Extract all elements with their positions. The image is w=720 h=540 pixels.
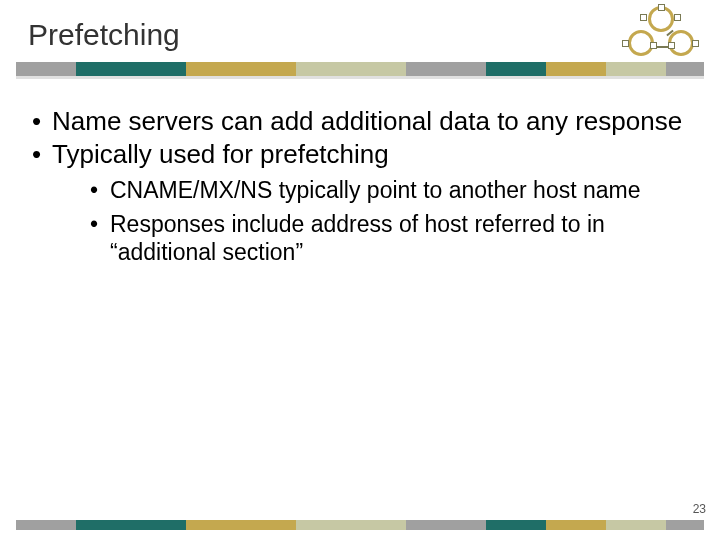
bar-seg — [296, 520, 406, 530]
bullet-text: Name servers can add additional data to … — [52, 106, 682, 136]
page-number: 23 — [693, 502, 706, 516]
bar-seg — [486, 520, 546, 530]
bar-seg — [546, 62, 606, 76]
bar-shadow — [16, 76, 704, 79]
bar-seg — [16, 520, 76, 530]
bar-seg — [546, 520, 606, 530]
bar-seg — [666, 520, 704, 530]
title-underline-bar — [16, 62, 704, 76]
decorative-network-icon — [622, 6, 706, 60]
bar-seg — [186, 62, 296, 76]
bullet-sub-item: CNAME/MX/NS typically point to another h… — [90, 176, 688, 204]
bullet-text: Typically used for prefetching — [52, 139, 389, 169]
bar-seg — [666, 62, 704, 76]
bullet-list-level2: CNAME/MX/NS typically point to another h… — [52, 176, 688, 266]
bar-seg — [76, 62, 186, 76]
bullet-text: Responses include address of host referr… — [110, 211, 605, 265]
slide: Prefetching Name servers can add additio… — [0, 0, 720, 540]
bar-seg — [16, 62, 76, 76]
bar-seg — [76, 520, 186, 530]
bar-seg — [606, 62, 666, 76]
bar-seg — [406, 62, 486, 76]
bullet-item: Name servers can add additional data to … — [32, 106, 688, 137]
bullet-text: CNAME/MX/NS typically point to another h… — [110, 177, 641, 203]
bar-seg — [186, 520, 296, 530]
content-area: Name servers can add additional data to … — [28, 106, 688, 269]
bullet-sub-item: Responses include address of host referr… — [90, 210, 688, 266]
bullet-item: Typically used for prefetching CNAME/MX/… — [32, 139, 688, 266]
page-title: Prefetching — [28, 18, 180, 52]
bar-seg — [606, 520, 666, 530]
bullet-list-level1: Name servers can add additional data to … — [28, 106, 688, 267]
footer-bar — [16, 520, 704, 530]
bar-seg — [296, 62, 406, 76]
bar-seg — [406, 520, 486, 530]
bar-seg — [486, 62, 546, 76]
